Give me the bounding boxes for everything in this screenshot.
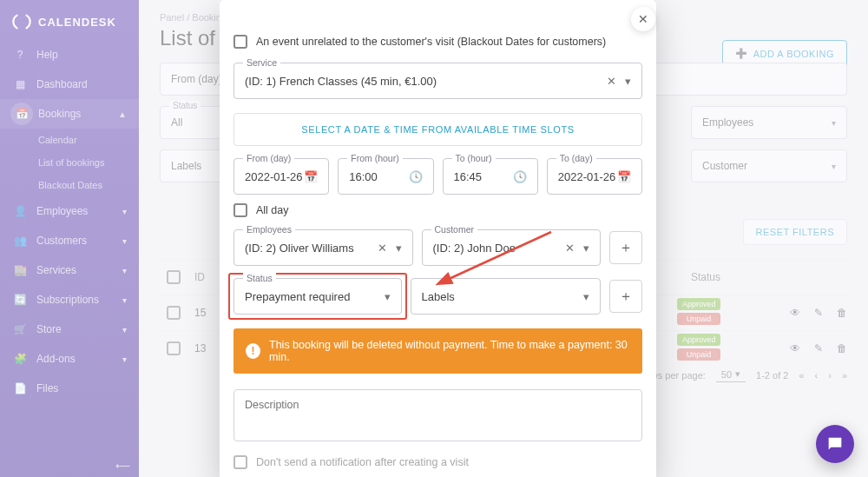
no-notification-checkbox[interactable]	[233, 455, 247, 469]
no-notification-label: Don't send a notification after creating…	[256, 456, 469, 468]
field-value: 16:45	[454, 170, 483, 183]
field-value: (ID: 2) John Doe	[433, 242, 516, 255]
chevron-down-icon[interactable]: ▾	[385, 290, 391, 303]
to-day-field[interactable]: To (day) 2022-01-26 📅	[547, 158, 642, 195]
from-day-field[interactable]: From (day) 2022-01-26 📅	[233, 158, 329, 195]
clear-icon[interactable]: ✕	[607, 75, 616, 88]
calendar-icon[interactable]: 📅	[617, 170, 631, 183]
field-value: 16:00	[349, 170, 378, 183]
booking-dialog: An event unrelated to the customer's vis…	[220, 0, 656, 477]
chat-fab[interactable]	[816, 425, 854, 463]
calendar-icon[interactable]: 📅	[304, 170, 318, 183]
warning-text: This booking will be deleted without pay…	[269, 339, 630, 363]
field-label: Status	[243, 273, 276, 283]
from-hour-field[interactable]: From (hour) 16:00 🕓	[338, 158, 433, 195]
to-hour-field[interactable]: To (hour) 16:45 🕓	[443, 158, 538, 195]
warning-icon: !	[246, 343, 260, 359]
service-select[interactable]: Service (ID: 1) French Classes (45 min, …	[233, 63, 642, 99]
close-dialog-button[interactable]: ✕	[631, 7, 655, 31]
field-value: 2022-01-26	[558, 170, 616, 183]
add-label-button[interactable]: ＋	[609, 280, 642, 313]
field-label: From (day)	[243, 153, 294, 163]
field-placeholder: Labels	[422, 290, 455, 303]
customer-select[interactable]: Customer (ID: 2) John Doe ✕▾	[422, 229, 602, 266]
all-day-label: All day	[256, 204, 289, 216]
labels-select[interactable]: Labels ▾	[411, 278, 602, 315]
clock-icon[interactable]: 🕓	[409, 170, 423, 183]
add-customer-button[interactable]: ＋	[609, 231, 642, 264]
field-label: From (hour)	[347, 153, 402, 163]
select-timeslot-button[interactable]: SELECT A DATE & TIME FROM AVAILABLE TIME…	[233, 113, 642, 146]
field-value: Prepayment required	[245, 290, 350, 303]
description-textarea[interactable]	[233, 389, 642, 441]
field-label: To (day)	[556, 153, 596, 163]
chevron-down-icon[interactable]: ▾	[625, 75, 631, 88]
unrelated-event-checkbox[interactable]	[233, 35, 247, 49]
employees-select[interactable]: Employees (ID: 2) Oliver Williams ✕▾	[233, 229, 413, 266]
field-value: (ID: 1) French Classes (45 min, €1.00)	[245, 75, 437, 88]
all-day-checkbox[interactable]	[233, 203, 247, 217]
chat-icon	[825, 434, 845, 454]
field-value: 2022-01-26	[245, 170, 303, 183]
field-label: Customer	[431, 224, 478, 235]
chevron-down-icon[interactable]: ▾	[583, 242, 589, 255]
status-select[interactable]: Status Prepayment required ▾	[233, 278, 402, 315]
field-value: (ID: 2) Oliver Williams	[245, 242, 354, 255]
field-label: Service	[243, 57, 280, 68]
clear-icon[interactable]: ✕	[565, 242, 575, 255]
prepayment-warning: ! This booking will be deleted without p…	[233, 328, 642, 374]
chevron-down-icon[interactable]: ▾	[583, 290, 589, 303]
unrelated-event-label: An event unrelated to the customer's vis…	[256, 36, 606, 48]
clock-icon[interactable]: 🕓	[513, 170, 527, 183]
field-label: Employees	[243, 224, 295, 235]
chevron-down-icon[interactable]: ▾	[396, 242, 402, 255]
clear-icon[interactable]: ✕	[378, 242, 387, 255]
field-label: To (hour)	[452, 153, 496, 163]
